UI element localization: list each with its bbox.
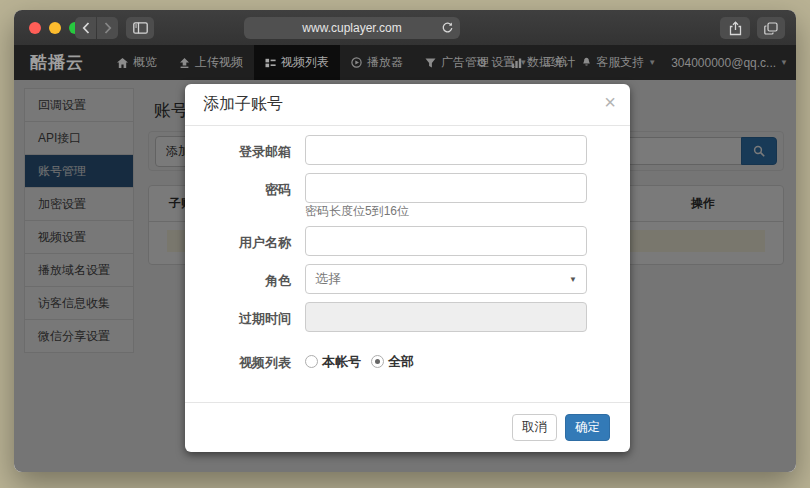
chevron-down-icon: ▼ [780,58,788,67]
video-list-icon [265,58,276,68]
username-label: 用户名称 [205,226,305,256]
ticket-label: 工单 [542,54,566,71]
ticket-menu[interactable]: 工单 [542,54,566,71]
modal-footer: 取消 确定 [185,402,630,452]
browser-titlebar: www.cuplayer.com [14,10,796,45]
account-menu[interactable]: 304000000@qq.c... ▼ [671,56,788,70]
expire-row: 过期时间 [205,302,610,332]
nav-label: 上传视频 [195,54,243,71]
password-row: 密码 密码长度位5到16位 [205,173,610,218]
play-circle-icon [351,57,362,68]
settings-menu[interactable]: ⚙ 设置 ▼ [477,54,528,71]
role-label: 角色 [205,264,305,294]
cancel-button[interactable]: 取消 [512,414,557,441]
browser-window: www.cuplayer.com 酷播云 概览 [14,10,796,472]
site-logo[interactable]: 酷播云 [14,45,106,80]
videolist-row: 视频列表 本帐号 全部 [205,346,610,372]
confirm-button[interactable]: 确定 [565,414,610,441]
nav-item-player[interactable]: 播放器 [340,45,414,80]
modal-header: 添加子账号 × [185,84,630,126]
forward-button[interactable] [97,17,118,39]
role-select-value: 选择 [315,270,341,288]
sidebar-toggle-button[interactable] [126,17,154,39]
account-email: 304000000@qq.c... [671,56,776,70]
expire-label: 过期时间 [205,302,305,332]
password-label: 密码 [205,173,305,218]
username-row: 用户名称 [205,226,610,256]
site-navbar: 酷播云 概览 上传视频 视频列表 播放器 [14,45,796,80]
tab-overview-icon [764,22,778,35]
gear-icon: ⚙ [477,56,488,70]
email-field[interactable] [305,135,587,165]
username-field[interactable] [305,226,587,256]
nav-item-overview[interactable]: 概览 [106,45,168,80]
modal-body: 登录邮箱 密码 密码长度位5到16位 用户名称 角色 [185,126,630,402]
page-content: 回调设置 API接口 账号管理 加密设置 视频设置 播放域名设置 访客信息收集 … [14,80,796,472]
reload-icon[interactable] [441,21,454,34]
close-icon[interactable]: × [604,92,616,112]
url-text: www.cuplayer.com [302,21,401,35]
role-select[interactable]: 选择 ▼ [305,264,587,294]
minimize-window-button[interactable] [49,22,61,34]
settings-label: 设置 [491,54,515,71]
address-bar[interactable]: www.cuplayer.com [244,17,460,39]
back-button[interactable] [75,17,96,39]
nav-label: 视频列表 [281,54,329,71]
nav-item-upload[interactable]: 上传视频 [168,45,254,80]
sidebar-panel-icon [133,22,148,34]
role-row: 角色 选择 ▼ [205,264,610,294]
radio-all[interactable] [371,355,384,368]
support-menu[interactable]: 客服支持 ▼ [581,54,656,71]
chevron-down-icon: ▼ [569,275,577,284]
radio-all-label[interactable]: 全部 [388,353,414,371]
radio-own-account-label[interactable]: 本帐号 [322,353,361,371]
nav-label: 播放器 [367,54,403,71]
videolist-label: 视频列表 [205,346,305,372]
email-row: 登录邮箱 [205,135,610,165]
home-icon [117,58,128,68]
radio-own-account[interactable] [305,355,318,368]
videolist-radio-group: 本帐号 全部 [305,346,587,372]
tabs-button[interactable] [757,17,785,39]
chevron-down-icon: ▼ [519,58,527,67]
close-window-button[interactable] [29,22,41,34]
password-hint: 密码长度位5到16位 [305,205,587,218]
chevron-right-icon [104,22,112,34]
password-field[interactable] [305,173,587,203]
nav-item-video-list[interactable]: 视频列表 [254,45,340,80]
bell-icon [581,57,592,68]
email-label: 登录邮箱 [205,135,305,165]
upload-icon [179,58,190,68]
nav-label: 概览 [133,54,157,71]
chevron-left-icon [82,22,90,34]
add-subaccount-modal: 添加子账号 × 登录邮箱 密码 密码长度位5到16位 用户名称 [185,84,630,452]
funnel-icon [425,58,436,68]
traffic-lights [29,10,81,45]
share-button[interactable] [720,17,750,39]
expire-field [305,302,587,332]
navbar-right: ⚙ 设置 ▼ 工单 客服支持 ▼ 304000000@qq.c... ▼ [477,45,788,80]
chevron-down-icon: ▼ [648,58,656,67]
modal-title: 添加子账号 [203,95,283,112]
support-label: 客服支持 [596,54,644,71]
share-icon [729,21,742,36]
